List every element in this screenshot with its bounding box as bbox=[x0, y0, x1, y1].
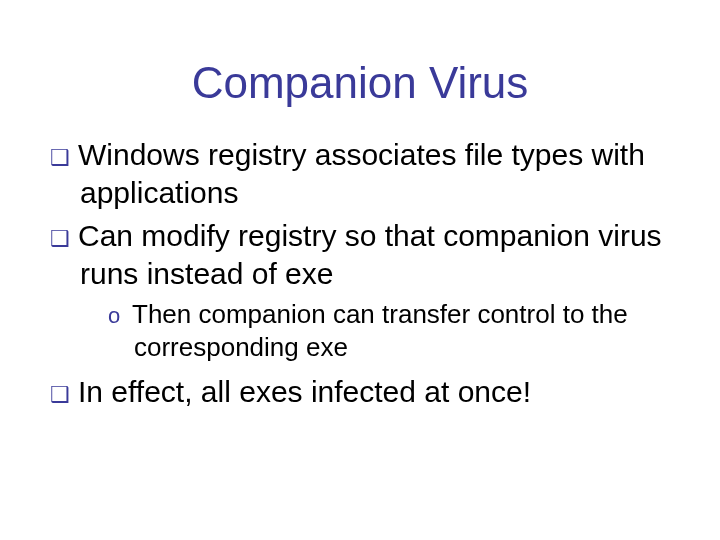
circle-bullet-icon: o bbox=[108, 302, 132, 330]
square-bullet-icon: ❑ bbox=[50, 144, 78, 172]
bullet-text: Can modify registry so that companion vi… bbox=[78, 219, 662, 290]
slide: Companion Virus ❑Windows registry associ… bbox=[0, 0, 720, 540]
bullet-list: ❑Windows registry associates file types … bbox=[50, 136, 670, 411]
square-bullet-icon: ❑ bbox=[50, 381, 78, 409]
bullet-text: In effect, all exes infected at once! bbox=[78, 375, 531, 408]
bullet-item: ❑Can modify registry so that companion v… bbox=[50, 217, 670, 292]
sub-bullet-item: oThen companion can transfer control to … bbox=[108, 298, 670, 363]
bullet-item: ❑Windows registry associates file types … bbox=[50, 136, 670, 211]
slide-title: Companion Virus bbox=[50, 58, 670, 108]
sub-bullet-text: Then companion can transfer control to t… bbox=[132, 299, 628, 362]
square-bullet-icon: ❑ bbox=[50, 225, 78, 253]
bullet-item: ❑In effect, all exes infected at once! bbox=[50, 373, 670, 411]
bullet-text: Windows registry associates file types w… bbox=[78, 138, 645, 209]
